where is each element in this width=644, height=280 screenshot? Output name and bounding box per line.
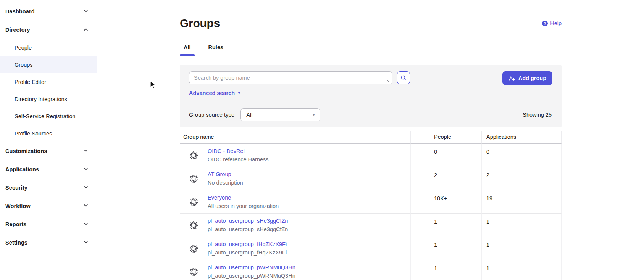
help-label: Help bbox=[550, 20, 562, 26]
sidebar-item-label: Groups bbox=[15, 62, 33, 68]
sidebar-item-dashboard[interactable]: Dashboard bbox=[0, 2, 97, 21]
group-name-link[interactable]: pl_auto_usergroup_sHe3ggCfZn bbox=[208, 218, 288, 224]
sidebar-item-label: Security bbox=[5, 185, 27, 191]
sidebar-item-label: Applications bbox=[5, 166, 39, 172]
group-source-type-label: Group source type bbox=[189, 112, 234, 118]
chevron-down-icon bbox=[83, 203, 89, 208]
group-sunburst-icon bbox=[189, 267, 198, 276]
group-description: OIDC reference Harness bbox=[208, 156, 269, 163]
people-count: 1 bbox=[410, 214, 481, 237]
sidebar-item-label: Profile Editor bbox=[15, 79, 46, 85]
add-group-label: Add group bbox=[518, 75, 546, 81]
sidebar-item-profile-editor[interactable]: Profile Editor bbox=[0, 73, 97, 90]
sidebar-item-label: Workflow bbox=[5, 203, 31, 209]
question-icon: ? bbox=[542, 21, 548, 26]
search-panel: Add group Advanced search ▼ Group source… bbox=[180, 65, 562, 127]
help-link[interactable]: ? Help bbox=[542, 20, 562, 26]
advanced-search-label: Advanced search bbox=[189, 90, 235, 96]
people-count: 0 bbox=[410, 144, 481, 167]
caret-down-icon: ▼ bbox=[237, 91, 241, 95]
sidebar-item-label: Profile Sources bbox=[15, 130, 52, 137]
group-sunburst-icon bbox=[189, 174, 198, 183]
applications-count: 1 bbox=[481, 214, 562, 237]
sidebar-item-people[interactable]: People bbox=[0, 39, 97, 56]
sidebar-item-customizations[interactable]: Customizations bbox=[0, 142, 97, 160]
group-description: All users in your organization bbox=[208, 203, 279, 209]
people-count: 2 bbox=[410, 167, 481, 190]
chevron-down-icon bbox=[83, 221, 89, 227]
chevron-down-icon bbox=[83, 240, 89, 245]
sidebar-item-label: Customizations bbox=[5, 148, 47, 154]
group-description: No description bbox=[208, 180, 243, 186]
add-group-button[interactable]: Add group bbox=[502, 71, 552, 85]
column-header-people: People bbox=[410, 131, 481, 144]
people-count: 1 bbox=[410, 260, 481, 280]
table-row: Everyone All users in your organization bbox=[180, 190, 410, 214]
table-row: AT Group No description bbox=[180, 167, 410, 190]
sidebar-item-label: People bbox=[15, 45, 32, 51]
sidebar-item-directory-integrations[interactable]: Directory Integrations bbox=[0, 90, 97, 108]
chevron-down-icon bbox=[83, 185, 89, 190]
column-header-group-name: Group name bbox=[180, 131, 410, 144]
applications-count: 1 bbox=[481, 260, 562, 280]
applications-count: 2 bbox=[481, 167, 562, 190]
chevron-up-icon bbox=[83, 27, 89, 32]
sidebar-item-reports[interactable]: Reports bbox=[0, 215, 97, 233]
people-count: 10K+ bbox=[410, 190, 481, 214]
advanced-search-link[interactable]: Advanced search ▼ bbox=[189, 90, 241, 96]
sidebar-item-groups[interactable]: Groups bbox=[0, 56, 97, 73]
sidebar-item-settings[interactable]: Settings bbox=[0, 233, 97, 252]
showing-count: Showing 25 bbox=[523, 112, 552, 118]
caret-down-icon: ▼ bbox=[312, 113, 315, 117]
resize-handle-icon[interactable] bbox=[386, 79, 390, 82]
sidebar-item-label: Settings bbox=[5, 240, 27, 246]
group-sunburst-icon bbox=[189, 151, 198, 160]
sidebar-item-label: Directory Integrations bbox=[15, 96, 67, 102]
chevron-down-icon bbox=[83, 148, 89, 153]
search-input[interactable] bbox=[189, 71, 392, 84]
people-count: 1 bbox=[410, 237, 481, 260]
chevron-down-icon bbox=[83, 8, 89, 14]
sidebar-item-profile-sources[interactable]: Profile Sources bbox=[0, 125, 97, 142]
group-name-link[interactable]: AT Group bbox=[208, 171, 243, 177]
chevron-down-icon bbox=[83, 166, 89, 172]
sidebar-item-security[interactable]: Security bbox=[0, 179, 97, 197]
sidebar: Dashboard Directory People Groups Profil… bbox=[0, 0, 97, 280]
applications-count: 0 bbox=[481, 144, 562, 167]
sidebar-item-label: Directory bbox=[5, 27, 30, 33]
tab-all[interactable]: All bbox=[180, 41, 195, 55]
table-row: OIDC - DevRel OIDC reference Harness bbox=[180, 144, 410, 167]
sidebar-item-directory[interactable]: Directory bbox=[0, 21, 97, 39]
group-source-type-select[interactable]: All ▼ bbox=[240, 108, 320, 121]
groups-table: Group name People Applications OIDC - De… bbox=[180, 131, 562, 280]
group-description: pl_auto_usergroup_pWRNMuQ3Hn bbox=[208, 273, 295, 279]
group-sunburst-icon bbox=[189, 221, 198, 230]
applications-count: 1 bbox=[481, 237, 562, 260]
sidebar-item-workflow[interactable]: Workflow bbox=[0, 197, 97, 215]
app-window: Dashboard Directory People Groups Profil… bbox=[0, 0, 644, 280]
page-title: Groups bbox=[180, 17, 220, 30]
group-name-link[interactable]: OIDC - DevRel bbox=[208, 148, 269, 154]
group-name-link[interactable]: Everyone bbox=[208, 195, 279, 201]
tab-rules[interactable]: Rules bbox=[205, 41, 228, 55]
table-row: pl_auto_usergroup_sHe3ggCfZn pl_auto_use… bbox=[180, 214, 410, 237]
select-value: All bbox=[246, 112, 252, 118]
sidebar-item-applications[interactable]: Applications bbox=[0, 160, 97, 179]
search-icon bbox=[400, 75, 407, 81]
sidebar-item-self-service-registration[interactable]: Self-Service Registration bbox=[0, 108, 97, 125]
group-description: pl_auto_usergroup_sHe3ggCfZn bbox=[208, 226, 288, 232]
group-sunburst-icon bbox=[189, 244, 198, 253]
applications-count: 19 bbox=[481, 190, 562, 214]
group-name-link[interactable]: pl_auto_usergroup_fHqZKzX9Fi bbox=[208, 241, 287, 247]
sidebar-item-label: Dashboard bbox=[5, 8, 35, 14]
table-row: pl_auto_usergroup_pWRNMuQ3Hn pl_auto_use… bbox=[180, 260, 410, 280]
group-name-link[interactable]: pl_auto_usergroup_pWRNMuQ3Hn bbox=[208, 264, 295, 270]
tab-bar: All Rules bbox=[180, 41, 562, 55]
group-sunburst-icon bbox=[189, 198, 198, 206]
people-count-link[interactable]: 10K+ bbox=[434, 195, 447, 201]
search-button[interactable] bbox=[397, 71, 410, 84]
group-description: pl_auto_usergroup_fHqZKzX9Fi bbox=[208, 249, 287, 256]
column-header-applications: Applications bbox=[481, 131, 562, 144]
add-user-icon bbox=[508, 75, 515, 82]
main-area: Groups ? Help All Rules bbox=[97, 0, 644, 280]
